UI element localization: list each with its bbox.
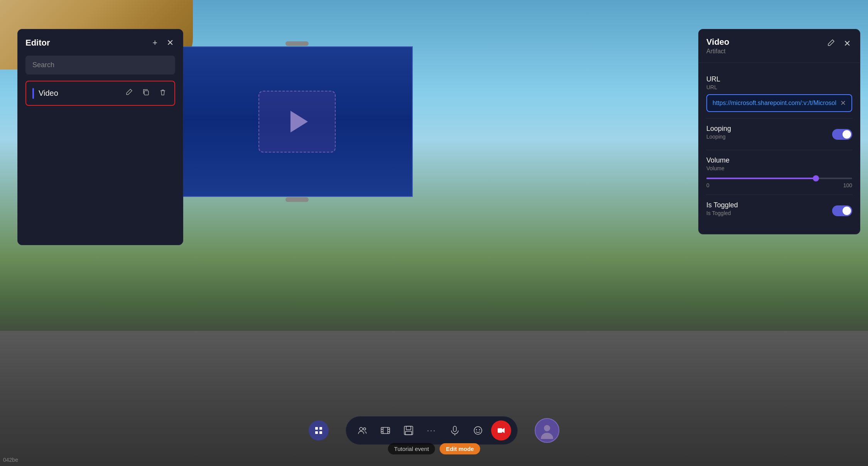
center-display-screen (181, 46, 413, 197)
volume-min: 0 (706, 182, 709, 188)
volume-range-labels: 0 100 (706, 182, 852, 188)
artifact-panel-title: Video (706, 37, 730, 47)
svg-point-21 (479, 429, 480, 430)
svg-rect-17 (453, 426, 456, 432)
user-avatar-button[interactable] (535, 418, 559, 443)
search-input[interactable] (25, 56, 175, 75)
video-copy-button[interactable] (140, 87, 151, 100)
video-item-indicator (32, 88, 34, 99)
screen-handle-bottom (285, 197, 309, 202)
film-button[interactable] (375, 420, 395, 441)
volume-slider-track[interactable] (706, 178, 852, 179)
looping-labels: Looping Looping (706, 125, 731, 144)
volume-section: Volume Volume 0 100 (706, 150, 852, 195)
emoji-button[interactable] (468, 420, 488, 441)
artifact-panel-header: Video Artifact ✕ (706, 37, 852, 55)
editor-panel-title: Editor (25, 38, 50, 48)
divider-1 (699, 63, 860, 63)
video-item-actions (123, 87, 168, 100)
is-toggled-slider (832, 205, 852, 216)
status-bar: Tutorial event Edit mode (388, 443, 480, 454)
svg-point-19 (474, 427, 482, 434)
is-toggled-toggle[interactable] (832, 205, 852, 216)
svg-point-6 (363, 428, 366, 430)
svg-point-5 (360, 427, 363, 430)
svg-rect-15 (406, 426, 411, 430)
svg-point-23 (544, 425, 550, 431)
video-play-area[interactable] (258, 91, 336, 153)
microphone-button[interactable] (445, 420, 465, 441)
looping-toggle[interactable] (832, 129, 852, 140)
volume-label: Volume (706, 156, 852, 164)
video-edit-button[interactable] (123, 87, 134, 100)
is-toggled-label: Is Toggled (706, 201, 738, 209)
volume-sublabel: Volume (706, 165, 852, 171)
video-list-item[interactable]: Video (25, 81, 175, 106)
video-item-label: Video (39, 89, 119, 98)
is-toggled-section: Is Toggled Is Toggled (706, 195, 852, 226)
editor-add-button[interactable]: + (151, 37, 159, 49)
is-toggled-sublabel: Is Toggled (706, 210, 738, 216)
video-delete-button[interactable] (157, 87, 168, 100)
svg-point-20 (476, 429, 477, 430)
artifact-title-group: Video Artifact (706, 37, 730, 55)
volume-slider-thumb[interactable] (813, 175, 819, 181)
editor-panel-header: Editor + ✕ (25, 37, 175, 49)
editor-close-button[interactable]: ✕ (165, 37, 175, 49)
is-toggled-row: Is Toggled Is Toggled (706, 201, 852, 220)
artifact-close-button[interactable]: ✕ (842, 38, 852, 49)
svg-rect-2 (319, 427, 322, 430)
svg-rect-7 (381, 427, 390, 434)
artifact-panel-subtitle: Artifact (706, 48, 730, 55)
svg-rect-22 (498, 428, 502, 433)
svg-rect-16 (405, 431, 412, 435)
svg-rect-3 (315, 431, 318, 434)
bottom-toolbar-container: ··· (309, 416, 559, 445)
looping-toggle-slider (832, 129, 852, 140)
is-toggled-labels: Is Toggled Is Toggled (706, 201, 738, 220)
svg-rect-0 (144, 91, 149, 95)
url-input[interactable] (713, 100, 837, 107)
looping-toggle-row: Looping Looping (706, 125, 852, 144)
artifact-header-actions: ✕ (825, 37, 852, 50)
main-toolbar-pill: ··· (346, 416, 518, 445)
grid-button[interactable] (309, 420, 329, 441)
editor-panel: Editor + ✕ Video (17, 29, 183, 245)
looping-sublabel: Looping (706, 134, 731, 140)
url-section: URL URL ✕ (706, 69, 852, 119)
bottom-left-code: 042be (3, 457, 18, 463)
event-status-badge: Tutorial event (388, 443, 435, 454)
editor-header-actions: + ✕ (151, 37, 175, 49)
svg-rect-1 (315, 427, 318, 430)
edit-mode-badge[interactable]: Edit mode (440, 443, 480, 454)
artifact-edit-button[interactable] (825, 37, 837, 50)
url-input-container: ✕ (706, 94, 852, 112)
screen-handle-top (285, 41, 309, 46)
more-options-button[interactable]: ··· (422, 420, 442, 441)
svg-rect-4 (319, 431, 322, 434)
url-clear-button[interactable]: ✕ (840, 99, 846, 107)
record-button[interactable] (491, 420, 511, 441)
volume-slider-fill (706, 178, 816, 179)
people-button[interactable] (352, 420, 372, 441)
volume-max: 100 (843, 182, 852, 188)
save-button[interactable] (399, 420, 419, 441)
looping-label: Looping (706, 125, 731, 133)
artifact-panel: Video Artifact ✕ URL URL ✕ Looping Loopi… (698, 29, 860, 234)
url-sublabel: URL (706, 84, 852, 90)
looping-section: Looping Looping (706, 119, 852, 150)
url-label: URL (706, 75, 852, 83)
play-icon (290, 111, 308, 132)
